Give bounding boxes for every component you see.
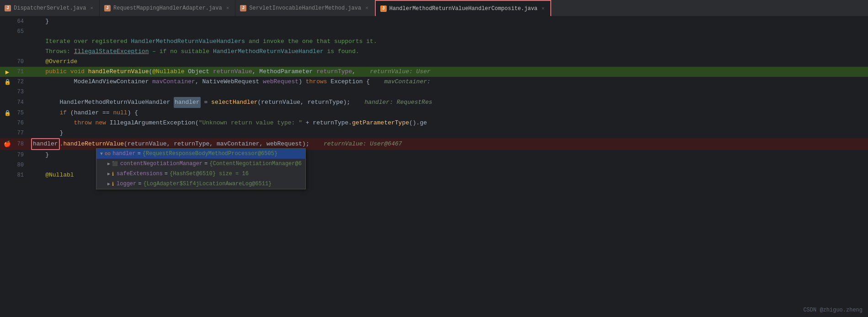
- linenum-74: 74: [13, 99, 24, 106]
- popup-icon-contentneg: ⬛: [112, 161, 117, 167]
- popup-val-logger: {LogAdapter$Slf4jLocationAwareLog@6511}: [143, 181, 272, 187]
- content-doc2: Throws: IllegalStateException – if no su…: [27, 47, 868, 57]
- popup-key-handler: handler: [112, 150, 135, 157]
- tab-icon-3: J: [240, 5, 246, 11]
- gutter-76: 76: [0, 118, 27, 128]
- code-line-78: 🍎 78 handler.handleReturnValue(returnVal…: [0, 138, 868, 150]
- tab-close-3[interactable]: ×: [364, 5, 370, 11]
- code-line-76: 76 throw new IllegalArgumentException("U…: [0, 118, 868, 128]
- content-73: [27, 87, 868, 97]
- linenum-73: 73: [13, 89, 24, 95]
- gutter-65: 65: [0, 27, 27, 37]
- popup-expand-logger[interactable]: ▶: [107, 181, 110, 187]
- content-70: @Override: [27, 57, 868, 67]
- popup-expand-contentneg[interactable]: ▶: [107, 161, 110, 167]
- tab-icon-2: J: [104, 5, 111, 11]
- popup-expand-safeext[interactable]: ▶: [107, 171, 110, 177]
- gutter-81: 81: [0, 170, 27, 180]
- tab-bar: J DispatcherServlet.java × J RequestMapp…: [0, 0, 868, 16]
- gutter-64: 64: [0, 16, 27, 27]
- tab-close-4[interactable]: ×: [540, 5, 546, 12]
- linenum-75: 75: [13, 110, 24, 116]
- popup-equals-contentneg: =: [204, 161, 208, 167]
- popup-row-safeext[interactable]: ▶ ℹ safeExtensions = {HashSet@6510} size…: [96, 169, 305, 179]
- tab-servletinvocable[interactable]: J ServletInvocableHandlerMethod.java ×: [235, 0, 374, 16]
- content-64: }: [27, 16, 868, 27]
- popup-val-contentneg: {ContentNegotiationManager@6: [209, 161, 302, 167]
- code-line-65: 65: [0, 27, 868, 37]
- popup-equals-handler: =: [138, 150, 141, 157]
- code-line-64: 64 }: [0, 16, 868, 27]
- gutter-80: 80: [0, 160, 27, 170]
- popup-expand-handler[interactable]: ▼: [100, 151, 103, 156]
- popup-icon-obj-handler: oo: [105, 151, 111, 156]
- gutter-doc1: [0, 37, 27, 47]
- popup-row-contentneg[interactable]: ▶ ⬛ contentNegotiationManager = {Content…: [96, 159, 305, 169]
- popup-icon-safeext: ℹ: [112, 171, 114, 177]
- linenum-80: 80: [13, 162, 24, 168]
- shield-icon-75: 🔒: [4, 110, 11, 117]
- gutter-79: 79: [0, 150, 27, 160]
- content-74: HandlerMethodReturnValueHandler handler …: [27, 97, 868, 108]
- code-line-73: 73: [0, 87, 868, 97]
- code-line-77: 77 }: [0, 128, 868, 138]
- code-line-74: 74 HandlerMethodReturnValueHandler handl…: [0, 97, 868, 108]
- tab-close-2[interactable]: ×: [225, 5, 231, 11]
- linenum-78: 78: [13, 141, 24, 147]
- popup-key-logger: logger: [117, 181, 136, 187]
- gutter-71: ▶ 71: [0, 67, 27, 77]
- linenum-79: 79: [13, 152, 24, 158]
- linenum-77: 77: [13, 130, 24, 136]
- tab-label-2: RequestMappingHandlerAdapter.java: [113, 5, 222, 11]
- linenum-64: 64: [13, 18, 24, 25]
- popup-val-handler: {RequestResponseBodyMethodProcessor@6505…: [143, 150, 277, 157]
- tab-label-3: ServletInvocableHandlerMethod.java: [249, 5, 361, 11]
- content-77: }: [27, 128, 868, 138]
- tab-handlermethodreturn[interactable]: J HandlerMethodReturnValueHandlerComposi…: [375, 0, 552, 16]
- popup-icon-logger: ℹ: [112, 181, 114, 187]
- linenum-71: 71: [13, 69, 24, 75]
- tab-requestmapping[interactable]: J RequestMappingHandlerAdapter.java ×: [100, 0, 235, 16]
- gutter-78: 🍎 78: [0, 138, 27, 150]
- watermark: CSDN @zhiguo.zheng: [803, 307, 863, 313]
- debug-popup: ▼ oo handler = {RequestResponseBodyMetho…: [96, 148, 306, 189]
- tab-dispatcher[interactable]: J DispatcherServlet.java ×: [0, 0, 100, 16]
- linenum-81: 81: [13, 172, 24, 178]
- tab-label-1: DispatcherServlet.java: [14, 5, 86, 11]
- popup-equals-safeext: =: [165, 171, 168, 177]
- shield-icon-72: 🔒: [4, 79, 11, 86]
- popup-key-contentneg: contentNegotiationManager: [120, 161, 202, 167]
- linenum-76: 76: [13, 120, 24, 126]
- content-doc1: Iterate over registered HandlerMethodRet…: [27, 37, 868, 47]
- popup-row-logger[interactable]: ▶ ℹ logger = {LogAdapter$Slf4jLocationAw…: [96, 179, 305, 189]
- code-line-75: 🔒 75 if (handler == null) {: [0, 108, 868, 118]
- linenum-65: 65: [13, 28, 24, 35]
- popup-equals-logger: =: [138, 181, 141, 187]
- gutter-70: 70: [0, 57, 27, 67]
- gutter-73: 73: [0, 87, 27, 97]
- gutter-72: 🔒 72: [0, 77, 27, 87]
- apple-icon-78: 🍎: [4, 140, 11, 148]
- arrow-icon-71: ▶: [5, 69, 9, 76]
- content-72: ModelAndViewContainer mavContainer, Nati…: [27, 77, 868, 87]
- tab-label-4: HandlerMethodReturnValueHandlerComposite…: [389, 5, 538, 12]
- content-75: if (handler == null) {: [27, 108, 868, 118]
- code-line-doc1: Iterate over registered HandlerMethodRet…: [0, 37, 868, 47]
- handler-highlight: handler: [31, 138, 60, 150]
- popup-val-safeext: {HashSet@6510} size = 16: [170, 171, 249, 177]
- indicator-71: ▶: [4, 68, 11, 76]
- code-area: 64 } 65 Iterate over registered HandlerM…: [0, 16, 868, 317]
- tab-close-1[interactable]: ×: [89, 5, 95, 11]
- content-71: public void handleReturnValue(@Nullable …: [27, 67, 868, 77]
- linenum-70: 70: [13, 59, 24, 65]
- code-line-71: ▶ 71 public void handleReturnValue(@Null…: [0, 67, 868, 77]
- gutter-doc2: [0, 47, 27, 57]
- tab-icon-4: J: [380, 5, 387, 12]
- code-line-70: 70 @Override: [0, 57, 868, 67]
- popup-row-handler[interactable]: ▼ oo handler = {RequestResponseBodyMetho…: [96, 149, 305, 159]
- popup-key-safeext: safeExtensions: [117, 171, 163, 177]
- linenum-72: 72: [13, 79, 24, 85]
- code-line-72: 🔒 72 ModelAndViewContainer mavContainer,…: [0, 77, 868, 87]
- gutter-75: 🔒 75: [0, 108, 27, 118]
- gutter-77: 77: [0, 128, 27, 138]
